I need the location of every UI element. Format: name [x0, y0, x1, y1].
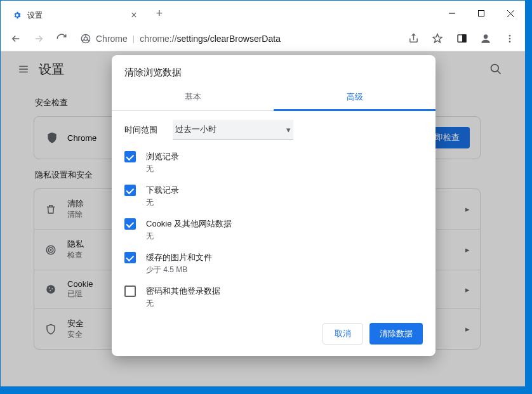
svg-point-14	[509, 37, 511, 39]
tab-title: 设置	[27, 10, 129, 21]
svg-rect-1	[479, 11, 484, 16]
svg-line-7	[82, 39, 84, 41]
check-sublabel: 无	[146, 164, 179, 174]
time-range-select[interactable]: 过去一小时 ▾	[173, 120, 293, 140]
dialog-footer: 取消 清除数据	[112, 314, 436, 356]
address-bar[interactable]: Chrome | chrome://settings/clearBrowserD…	[74, 29, 397, 49]
svg-line-8	[87, 39, 90, 41]
sidepanel-icon[interactable]	[451, 29, 472, 49]
check-row[interactable]: 浏览记录无	[124, 151, 423, 174]
window-controls	[437, 3, 525, 23]
check-label: Cookie 及其他网站数据	[146, 218, 232, 230]
check-row[interactable]: 下载记录无	[124, 185, 423, 208]
url-scheme-label: Chrome	[96, 34, 128, 44]
new-tab-button[interactable]: +	[150, 4, 168, 22]
content-area: 设置 安全检查 Chrome 立即检查 隐私设置和安全 清除清除 ▸	[1, 51, 525, 386]
browser-window: 设置 × + Chrome | chrome://settings/clearB…	[0, 0, 526, 387]
checkbox[interactable]	[124, 185, 136, 196]
check-row[interactable]: 缓存的图片和文件少于 4.5 MB	[124, 252, 423, 275]
checkbox[interactable]	[124, 151, 136, 162]
check-label: 缓存的图片和文件	[146, 252, 212, 263]
maximize-button[interactable]	[467, 3, 496, 23]
gear-icon	[12, 10, 22, 20]
svg-point-13	[509, 35, 511, 37]
browser-tab[interactable]: 设置 ×	[6, 4, 145, 26]
titlebar: 设置 × +	[1, 1, 525, 26]
svg-rect-11	[462, 35, 465, 42]
clear-data-dialog: 清除浏览数据 基本 高级 时间范围 过去一小时 ▾ 浏览记录无下载记录无Cook…	[112, 55, 436, 356]
url-text: chrome://settings/clearBrowserData	[140, 34, 281, 44]
close-window-button[interactable]	[496, 3, 525, 23]
menu-icon[interactable]	[500, 29, 520, 49]
toolbar: Chrome | chrome://settings/clearBrowserD…	[1, 26, 525, 51]
check-row[interactable]: 密码和其他登录数据无	[124, 286, 423, 309]
time-range-value: 过去一小时	[175, 124, 216, 135]
dialog-body: 时间范围 过去一小时 ▾ 浏览记录无下载记录无Cookie 及其他网站数据无缓存…	[112, 111, 436, 314]
checkbox[interactable]	[124, 252, 136, 263]
dialog-tabs: 基本 高级	[112, 84, 436, 111]
forward-button[interactable]	[29, 29, 49, 49]
check-sublabel: 无	[146, 298, 220, 309]
reload-button[interactable]	[51, 29, 72, 49]
cancel-button[interactable]: 取消	[323, 323, 363, 345]
clear-data-button[interactable]: 清除数据	[369, 323, 423, 345]
checkbox[interactable]	[124, 218, 136, 230]
checkbox[interactable]	[124, 286, 136, 297]
time-range-label: 时间范围	[124, 124, 163, 136]
dialog-title: 清除浏览数据	[112, 55, 436, 84]
back-button[interactable]	[6, 29, 26, 49]
profile-icon[interactable]	[475, 29, 496, 49]
close-tab-icon[interactable]: ×	[129, 10, 139, 20]
minimize-button[interactable]	[437, 3, 467, 23]
check-label: 密码和其他登录数据	[146, 286, 220, 297]
share-icon[interactable]	[403, 29, 423, 49]
time-range-row: 时间范围 过去一小时 ▾	[124, 120, 423, 140]
chrome-icon	[81, 34, 91, 44]
check-sublabel: 无	[146, 231, 232, 242]
caret-down-icon: ▾	[286, 125, 291, 135]
check-label: 下载记录	[146, 185, 179, 196]
tab-advanced[interactable]: 高级	[274, 84, 436, 110]
svg-point-15	[509, 41, 511, 43]
check-sublabel: 少于 4.5 MB	[146, 265, 212, 275]
svg-point-12	[484, 34, 488, 39]
tab-basic[interactable]: 基本	[112, 84, 274, 110]
check-row[interactable]: Cookie 及其他网站数据无	[124, 218, 423, 242]
url-separator: |	[133, 34, 135, 43]
bookmark-icon[interactable]	[427, 29, 448, 49]
check-label: 浏览记录	[146, 151, 179, 162]
check-sublabel: 无	[146, 197, 179, 208]
